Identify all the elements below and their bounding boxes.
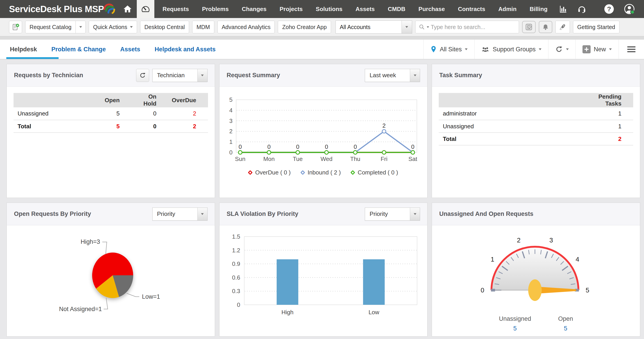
period-select[interactable]: Last week — [365, 69, 420, 82]
row-value: 5 — [95, 107, 131, 120]
mdm-button[interactable]: MDM — [192, 21, 214, 33]
advanced-analytics-button[interactable]: Advanced Analytics — [218, 21, 275, 33]
support-groups-dropdown[interactable]: Support Groups — [474, 40, 548, 59]
svg-text:0.6: 0.6 — [232, 274, 240, 281]
app-logo[interactable]: ServiceDesk Plus MSP — [9, 2, 116, 16]
nav-item-solutions[interactable]: Solutions — [316, 6, 342, 12]
open-requests-pie-chart[interactable]: Low=1Not Assigned=1High=3 — [7, 228, 215, 327]
reports-bar-chart-icon[interactable] — [559, 0, 568, 18]
nav-menu: Requests Problems Changes Projects Solut… — [162, 6, 547, 12]
chevron-down-icon — [609, 48, 612, 50]
search-scope-caret-icon[interactable] — [427, 26, 429, 28]
add-request-template-icon[interactable] — [9, 21, 22, 33]
svg-text:4: 4 — [576, 256, 579, 263]
recent-items-icon[interactable] — [522, 21, 536, 33]
table-row: administrator1 — [439, 107, 633, 120]
svg-text:0: 0 — [238, 143, 242, 150]
desktop-central-button[interactable]: Desktop Central — [140, 21, 189, 33]
user-avatar[interactable] — [624, 0, 635, 18]
svg-text:0: 0 — [229, 149, 232, 156]
svg-text:0.9: 0.9 — [232, 261, 240, 267]
nav-item-cmdb[interactable]: CMDB — [388, 6, 405, 12]
row-label: Total — [14, 120, 95, 133]
logo-swoosh-icon — [102, 2, 116, 15]
search-input[interactable] — [431, 24, 516, 30]
requests-gauge-chart[interactable]: 012345 — [432, 225, 640, 315]
account-select[interactable]: All Accounts — [336, 20, 412, 33]
chevron-down-icon — [410, 69, 420, 82]
legend-item[interactable]: Completed ( 0 ) — [351, 169, 398, 176]
svg-text:Low=1: Low=1 — [142, 293, 160, 300]
tab-assets[interactable]: Assets — [120, 40, 140, 59]
svg-text:2: 2 — [229, 128, 232, 135]
people-group-icon — [481, 46, 490, 53]
row-value: 0 — [131, 107, 168, 120]
quick-actions-button[interactable]: Quick Actions — [89, 21, 137, 33]
dashboard-icon[interactable] — [137, 0, 154, 18]
nav-item-requests[interactable]: Requests — [162, 6, 189, 12]
new-dashboard-button[interactable]: New — [576, 40, 618, 59]
sla-violation-bar-chart[interactable]: 00.30.60.91.21.5HighLow — [221, 231, 424, 321]
tab-helpdesk-and-assets[interactable]: Helpdesk and Assets — [154, 40, 216, 59]
gauge-stat-label: Unassigned — [499, 315, 531, 322]
divider-strip — [0, 36, 644, 40]
svg-text:0.3: 0.3 — [232, 288, 240, 295]
nav-item-changes[interactable]: Changes — [242, 6, 266, 12]
legend-diamond-icon — [350, 170, 355, 175]
gauge-stat-value[interactable]: 5 — [513, 325, 517, 332]
hamburger-menu-icon[interactable] — [618, 40, 644, 59]
nav-item-problems[interactable]: Problems — [202, 6, 229, 12]
group-by-select[interactable]: Priority — [365, 208, 420, 221]
panel-sla-violation-by-priority: SLA Violation By Priority Priority 00.30… — [219, 203, 428, 337]
home-icon[interactable] — [120, 0, 136, 18]
group-by-select[interactable]: Priority — [152, 208, 208, 221]
top-navigation: ServiceDesk Plus MSP Requests Problems C… — [0, 0, 644, 18]
column-header: OverDue — [168, 93, 208, 107]
legend-item[interactable]: OverDue ( 0 ) — [248, 169, 291, 176]
dashboard-grid: Requests by Technician Technician OpenOn… — [0, 59, 644, 339]
sites-filter-dropdown[interactable]: All Sites — [424, 40, 474, 59]
legend-item[interactable]: Inbound ( 2 ) — [301, 169, 341, 176]
row-value: 1 — [579, 107, 633, 120]
gauge-stat-value[interactable]: 5 — [564, 325, 567, 332]
getting-started-button[interactable]: Getting Started — [573, 21, 620, 33]
gauge-stat-label: Open — [558, 315, 573, 322]
svg-text:High=3: High=3 — [81, 238, 100, 245]
zoho-creator-app-button[interactable]: Zoho Creator App — [278, 21, 331, 33]
request-catalog-button[interactable]: Request Catalog — [25, 21, 86, 33]
panel-unassigned-and-open-requests: Unassigned And Open Requests 012345 Unas… — [432, 203, 640, 337]
svg-text:1.5: 1.5 — [232, 233, 240, 240]
table-row: Total502 — [14, 120, 208, 133]
chevron-down-icon — [402, 21, 412, 33]
whats-new-rocket-icon[interactable] — [556, 21, 570, 33]
refresh-dropdown[interactable] — [548, 40, 576, 59]
svg-text:1: 1 — [229, 138, 232, 145]
support-headset-icon[interactable] — [577, 0, 586, 18]
column-header — [439, 93, 579, 107]
svg-text:Not Assigned=1: Not Assigned=1 — [59, 306, 102, 313]
row-value: 2 — [579, 133, 633, 145]
svg-text:Wed: Wed — [320, 156, 332, 162]
svg-text:0: 0 — [481, 287, 484, 294]
nav-item-assets[interactable]: Assets — [356, 6, 375, 12]
search-box[interactable] — [415, 21, 519, 33]
panel-refresh-icon[interactable] — [136, 69, 149, 82]
nav-item-projects[interactable]: Projects — [280, 6, 303, 12]
svg-text:0: 0 — [237, 302, 240, 308]
nav-item-admin[interactable]: Admin — [498, 6, 516, 12]
row-label: Total — [439, 133, 579, 145]
chevron-down-icon[interactable] — [76, 21, 86, 33]
svg-text:1.2: 1.2 — [232, 247, 240, 254]
tab-helpdesk[interactable]: Helpdesk — [10, 40, 37, 59]
tab-problem-and-change[interactable]: Problem & Change — [52, 40, 106, 59]
request-catalog-label: Request Catalog — [26, 21, 76, 33]
panel-open-requests-by-priority: Open Requests By Priority Priority Low=1… — [6, 203, 215, 337]
help-icon[interactable]: ? — [604, 0, 614, 18]
request-summary-line-chart[interactable]: 012345SunMonTueWedThuFriSat0000020 — [221, 90, 424, 164]
notifications-bell-icon[interactable] — [539, 21, 552, 33]
data-table: Pending Tasksadministrator1Unassigned1To… — [439, 93, 633, 145]
group-by-select[interactable]: Technician — [152, 69, 208, 82]
nav-item-contracts[interactable]: Contracts — [458, 6, 485, 12]
nav-item-billing[interactable]: Billing — [530, 6, 547, 12]
nav-item-purchase[interactable]: Purchase — [418, 6, 445, 12]
